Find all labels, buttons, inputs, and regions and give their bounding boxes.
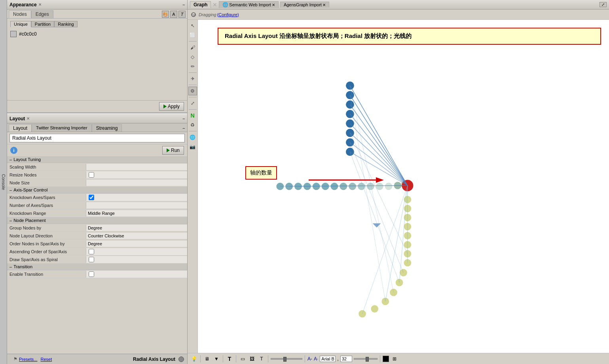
font-size-input[interactable] <box>340 356 352 362</box>
tab-twitter[interactable]: Twitter Streaming Importer <box>32 124 92 132</box>
brush-icon-btn[interactable]: 🖌 <box>188 43 197 52</box>
expand-btn[interactable]: ⤢ <box>600 2 607 7</box>
prop-num-axes: Number of Axes/Spars 4 <box>7 201 187 209</box>
node-r-13[interactable] <box>371 305 378 313</box>
layout-close-x[interactable]: ✕ <box>27 116 30 121</box>
semantic-icon: 🌐 <box>222 2 228 8</box>
palette-icon-btn[interactable]: 🎨 <box>162 11 169 18</box>
enable-transition-checkbox[interactable] <box>89 271 94 277</box>
refresh-icon-btn[interactable]: ♻ <box>188 121 197 129</box>
settings-icon-btn[interactable]: ⚙ <box>188 87 197 95</box>
ascending-order-checkbox[interactable] <box>89 249 94 254</box>
info-icon[interactable]: i <box>10 147 17 154</box>
layout-panel-minimize[interactable]: – <box>182 125 186 131</box>
color-value-label: #c0c0c0 <box>19 31 37 37</box>
knockdown-axes-name: Knockdown Axes/Spars <box>7 194 86 201</box>
subtab-unique[interactable]: Unique <box>10 21 31 27</box>
diamond-icon-btn[interactable]: ◇ <box>188 53 197 61</box>
node-r-11[interactable] <box>390 289 397 296</box>
font-size-slider[interactable] <box>354 358 378 360</box>
knockdown-range-select[interactable]: Middle Range Low Range High Range <box>86 210 187 216</box>
scale-icon-btn[interactable]: ⤢ <box>188 99 197 108</box>
group-axis-spar[interactable]: – Axis-Spar Control <box>7 187 187 193</box>
layout-panel: Layout ✕ – Layout Twitter Streaming Impo… <box>7 114 187 364</box>
text-icon-btn[interactable]: T <box>178 11 186 18</box>
reset-label[interactable]: Reset <box>40 357 52 362</box>
apply-button[interactable]: Apply <box>159 102 184 111</box>
screen-icon[interactable]: 🖥 <box>203 355 211 363</box>
appearance-close-x[interactable]: ✕ <box>38 2 42 7</box>
knockdown-axes-checkbox[interactable] <box>89 195 94 200</box>
node-layout-dir-select[interactable]: Counter Clockwise Clockwise <box>86 233 187 239</box>
layout-minimize[interactable]: – <box>182 116 185 121</box>
text-icon[interactable]: T <box>226 355 233 363</box>
presets-label[interactable]: Presets... <box>19 357 37 362</box>
left-panel: Appearance ✕ – Nodes Edges 🎨 A T <box>7 0 188 364</box>
run-button[interactable]: Run <box>162 146 184 155</box>
drag-icon-btn[interactable]: GP <box>189 10 198 19</box>
font-name-input[interactable] <box>320 356 336 362</box>
red-arrow <box>309 174 388 187</box>
move-icon-btn[interactable]: ✈ <box>188 74 197 83</box>
console-sidebar[interactable]: Console <box>0 0 7 364</box>
graph-main: ↖ ⬜ 🖌 ◇ ✏ ✈ ⚙ ⤢ N ♻ 🌐 📷 <box>188 20 609 353</box>
color-swatch[interactable] <box>10 31 17 37</box>
network-icon-btn[interactable]: N <box>188 111 197 120</box>
node-layout-dir-value: Counter Clockwise Clockwise <box>86 233 187 239</box>
grid-icon[interactable]: ⊞ <box>391 355 398 363</box>
globe-icon-btn[interactable]: 🌐 <box>188 133 197 142</box>
toolbar-sep-2 <box>189 72 197 73</box>
toolbar-sep-5 <box>189 109 197 110</box>
knockdown-range-value: Middle Range Low Range High Range <box>86 210 187 216</box>
layout-tabs-row: Layout Twitter Streaming Importer Stream… <box>7 123 187 132</box>
bottom-sep-1 <box>200 355 201 362</box>
edge-2 <box>350 95 407 186</box>
node-layout-dir-name: Node Layout Direction <box>7 233 86 239</box>
bottom-sep-5 <box>305 355 305 362</box>
tab-layout[interactable]: Layout <box>9 124 32 132</box>
agens-close[interactable]: ✕ <box>323 3 326 7</box>
pencil-icon-btn[interactable]: ✏ <box>188 62 197 71</box>
group-transition[interactable]: – Transition <box>7 264 187 270</box>
comma-sep: , <box>337 356 338 362</box>
draw-spar-checkbox[interactable] <box>89 257 94 262</box>
subtab-ranking[interactable]: Ranking <box>54 21 77 27</box>
resize-nodes-checkbox[interactable] <box>89 172 94 178</box>
tab-agens[interactable]: AgensGraph Import ✕ <box>280 2 329 8</box>
image-icon[interactable]: 🖼 <box>248 355 256 363</box>
tab-streaming[interactable]: Streaming <box>92 124 122 132</box>
cross-1 <box>350 133 407 254</box>
subtab-partition[interactable]: Partition <box>31 21 54 27</box>
font-size-icon-btn[interactable]: A <box>170 11 177 18</box>
label-icon[interactable]: T <box>258 355 266 363</box>
appearance-minimize[interactable]: – <box>182 2 185 7</box>
node-size-input[interactable]: 5 <box>89 180 185 185</box>
bulb-icon[interactable]: 💡 <box>190 355 198 363</box>
group-node-placement[interactable]: – Node Placement <box>7 217 187 224</box>
tab-nodes[interactable]: Nodes <box>9 10 31 18</box>
tab-graph[interactable]: Graph <box>190 1 211 8</box>
scaling-width-input[interactable]: 1.2 <box>89 165 185 169</box>
knockdown-axes-value <box>86 194 187 201</box>
group-nodes-select[interactable]: Degree In-Degree Out-Degree <box>86 225 187 231</box>
configure-link[interactable]: (Configure) <box>217 12 239 17</box>
screen-arrow-icon[interactable]: ▼ <box>212 355 220 363</box>
layout-dropdown-row: Radial Axis Layout Force Atlas Yifan Hu … <box>7 132 187 144</box>
rect-icon[interactable]: ▭ <box>239 355 247 363</box>
order-nodes-value: Degree In-Degree <box>86 241 187 247</box>
zoom-slider[interactable] <box>271 358 302 360</box>
tab-edges[interactable]: Edges <box>31 10 53 18</box>
tab-semantic[interactable]: 🌐 Semantic Web Import ✕ <box>219 1 279 8</box>
semantic-close[interactable]: ✕ <box>272 3 275 7</box>
num-axes-input[interactable]: 4 <box>89 203 185 208</box>
prop-knockdown-range: Knockdown Range Middle Range Low Range H… <box>7 209 187 217</box>
color-picker-btn[interactable] <box>383 356 389 362</box>
rect-select-icon-btn[interactable]: ⬜ <box>188 31 197 40</box>
redge-4 <box>362 186 408 314</box>
pointer-icon-btn[interactable]: ↖ <box>188 21 197 30</box>
layout-select[interactable]: Radial Axis Layout Force Atlas Yifan Hu … <box>9 134 185 142</box>
order-nodes-select[interactable]: Degree In-Degree <box>86 241 187 247</box>
axis-spar-label: Axis-Spar Control <box>13 188 47 192</box>
group-layout-tuning[interactable]: – Layout Tuning <box>7 156 187 163</box>
camera-icon-btn[interactable]: 📷 <box>188 142 197 151</box>
